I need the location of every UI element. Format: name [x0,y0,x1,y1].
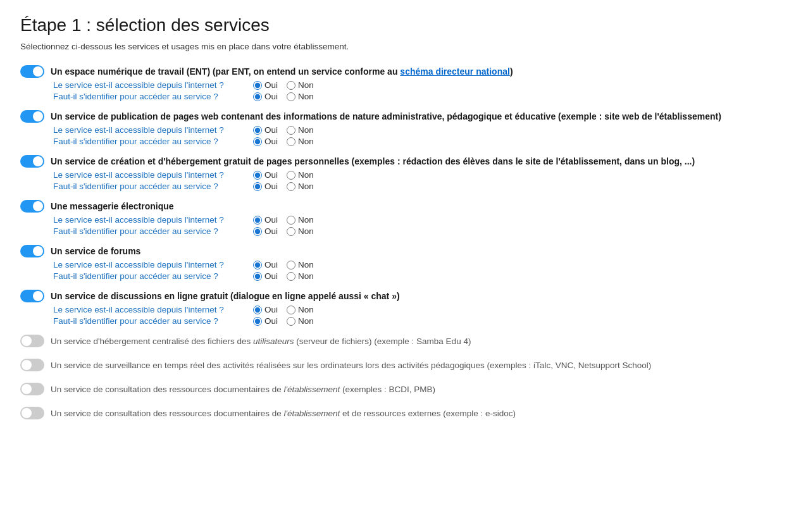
radio-group: Oui Non [253,260,314,269]
service-messagerie-rows: Le service est-il accessible depuis l'in… [53,215,788,236]
radio-oui[interactable]: Oui [253,182,278,191]
service-row: Le service est-il accessible depuis l'in… [53,215,788,225]
service-row: Faut-il s'identifier pour accéder au ser… [53,271,788,281]
radio-group: Oui Non [253,215,314,225]
row-label: Faut-il s'identifier pour accéder au ser… [53,226,249,236]
row-label: Le service est-il accessible depuis l'in… [53,125,249,135]
radio-non[interactable]: Non [287,125,314,135]
toggle-forums[interactable] [20,245,44,257]
service-hebergement: Un service d'hébergement centralisé des … [20,335,788,347]
service-ent: Un espace numérique de travail (ENT) (pa… [20,65,788,101]
ent-link[interactable]: schéma directeur national [400,66,510,77]
service-row: Faut-il s'identifier pour accéder au ser… [53,226,788,236]
toggle-surveillance[interactable] [20,359,44,371]
toggle-consultation2[interactable] [20,407,44,419]
service-row: Faut-il s'identifier pour accéder au ser… [53,92,788,101]
radio-group: Oui Non [253,271,314,281]
radio-non[interactable]: Non [287,271,314,281]
service-creation: Un service de création et d'hébergement … [20,155,788,191]
radio-group: Oui Non [253,226,314,236]
service-ent-rows: Le service est-il accessible depuis l'in… [53,80,788,101]
service-consultation1-label: Un service de consultation des ressource… [51,385,435,394]
radio-non[interactable]: Non [287,182,314,191]
toggle-creation[interactable] [20,155,44,168]
service-consultation2: Un service de consultation des ressource… [20,407,788,419]
service-publication-title: Un service de publication de pages web c… [51,111,721,121]
service-forums: Un service de forums Le service est-il a… [20,245,788,281]
service-messagerie-title: Une messagerie électronique [51,201,174,211]
radio-group: Oui Non [253,125,314,135]
radio-non[interactable]: Non [287,226,314,236]
service-forums-rows: Le service est-il accessible depuis l'in… [53,260,788,281]
toggle-ent[interactable] [20,65,44,78]
radio-non[interactable]: Non [287,92,314,101]
service-row: Le service est-il accessible depuis l'in… [53,260,788,269]
service-row: Faut-il s'identifier pour accéder au ser… [53,137,788,146]
row-label: Faut-il s'identifier pour accéder au ser… [53,182,249,191]
service-consultation2-label: Un service de consultation des ressource… [51,409,516,418]
radio-oui[interactable]: Oui [253,305,278,314]
service-discussions-title: Un service de discussions en ligne gratu… [51,291,400,301]
radio-oui[interactable]: Oui [253,226,278,236]
page-title: Étape 1 : sélection des services [20,15,788,35]
service-creation-rows: Le service est-il accessible depuis l'in… [53,170,788,191]
service-publication-rows: Le service est-il accessible depuis l'in… [53,125,788,146]
radio-oui[interactable]: Oui [253,137,278,146]
service-row: Faut-il s'identifier pour accéder au ser… [53,182,788,191]
radio-oui[interactable]: Oui [253,316,278,326]
toggle-discussions[interactable] [20,290,44,302]
service-publication: Un service de publication de pages web c… [20,110,788,146]
row-label: Faut-il s'identifier pour accéder au ser… [53,92,249,101]
row-label: Le service est-il accessible depuis l'in… [53,305,249,314]
service-row: Le service est-il accessible depuis l'in… [53,125,788,135]
service-creation-title: Un service de création et d'hébergement … [51,156,695,166]
radio-non[interactable]: Non [287,80,314,90]
radio-non[interactable]: Non [287,260,314,269]
service-surveillance-label: Un service de surveillance en temps réel… [51,361,651,370]
radio-oui[interactable]: Oui [253,260,278,269]
row-label: Faut-il s'identifier pour accéder au ser… [53,271,249,281]
radio-group: Oui Non [253,137,314,146]
radio-group: Oui Non [253,170,314,180]
radio-group: Oui Non [253,305,314,314]
service-row: Le service est-il accessible depuis l'in… [53,170,788,180]
row-label: Le service est-il accessible depuis l'in… [53,170,249,180]
toggle-hebergement[interactable] [20,335,44,347]
radio-oui[interactable]: Oui [253,170,278,180]
row-label: Le service est-il accessible depuis l'in… [53,215,249,225]
service-row: Le service est-il accessible depuis l'in… [53,305,788,314]
service-discussions-rows: Le service est-il accessible depuis l'in… [53,305,788,326]
radio-non[interactable]: Non [287,215,314,225]
row-label: Le service est-il accessible depuis l'in… [53,260,249,269]
service-surveillance: Un service de surveillance en temps réel… [20,359,788,371]
row-label: Faut-il s'identifier pour accéder au ser… [53,137,249,146]
toggle-publication[interactable] [20,110,44,123]
radio-oui[interactable]: Oui [253,80,278,90]
radio-group: Oui Non [253,80,314,90]
service-messagerie: Une messagerie électronique Le service e… [20,200,788,236]
toggle-messagerie[interactable] [20,200,44,213]
row-label: Le service est-il accessible depuis l'in… [53,80,249,90]
service-ent-title: Un espace numérique de travail (ENT) (pa… [51,66,513,77]
radio-oui[interactable]: Oui [253,92,278,101]
service-row: Le service est-il accessible depuis l'in… [53,80,788,90]
radio-oui[interactable]: Oui [253,271,278,281]
service-discussions: Un service de discussions en ligne gratu… [20,290,788,326]
radio-non[interactable]: Non [287,170,314,180]
radio-group: Oui Non [253,92,314,101]
row-label: Faut-il s'identifier pour accéder au ser… [53,316,249,326]
radio-group: Oui Non [253,316,314,326]
toggle-consultation1[interactable] [20,383,44,395]
radio-non[interactable]: Non [287,305,314,314]
service-forums-title: Un service de forums [51,246,140,256]
service-hebergement-label: Un service d'hébergement centralisé des … [51,337,471,346]
radio-oui[interactable]: Oui [253,215,278,225]
service-row: Faut-il s'identifier pour accéder au ser… [53,316,788,326]
radio-non[interactable]: Non [287,137,314,146]
radio-group: Oui Non [253,182,314,191]
service-consultation1: Un service de consultation des ressource… [20,383,788,395]
radio-oui[interactable]: Oui [253,125,278,135]
page-subtitle: Sélectionnez ci-dessous les services et … [20,42,788,51]
radio-non[interactable]: Non [287,316,314,326]
